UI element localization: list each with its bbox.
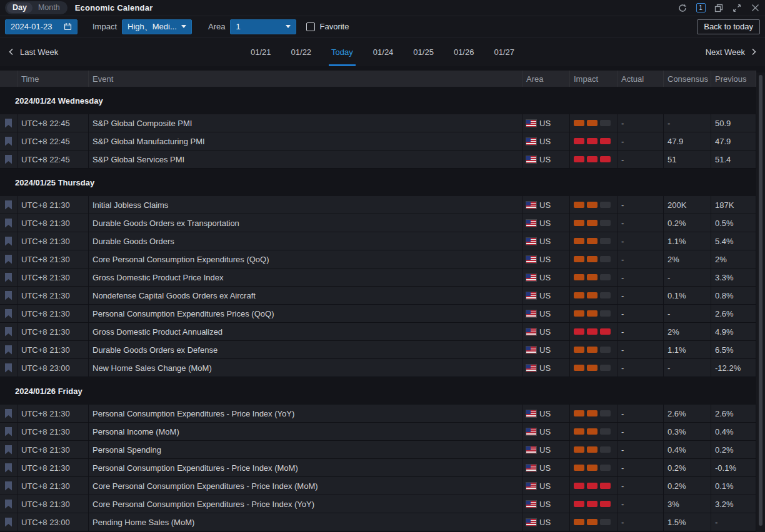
impact-bar-empty [600,446,611,453]
event-time: UTC+8 22:45 [18,114,89,132]
event-row[interactable]: UTC+8 21:30Gross Domestic Product Price … [0,268,756,287]
area-filter-select[interactable]: 1 [230,19,296,34]
bookmark-icon[interactable] [5,291,12,300]
bookmark-icon[interactable] [5,345,12,355]
bookmark-icon[interactable] [5,463,12,473]
impact-indicator [570,441,618,458]
impact-bar-high [587,483,598,489]
bookmark-icon[interactable] [5,255,12,264]
event-row[interactable]: UTC+8 22:45S&P Global Composite PMIUS--5… [0,114,756,132]
event-row[interactable]: UTC+8 23:00New Home Sales Change (MoM)US… [0,359,756,377]
impact-filter-select[interactable]: High、Medi... [122,19,192,34]
tab-month[interactable]: Month [32,2,66,13]
consensus-value: 47.9 [664,132,711,150]
close-icon[interactable] [750,3,760,13]
actual-value: - [618,250,664,268]
bookmark-icon[interactable] [5,200,12,210]
event-row[interactable]: UTC+8 21:30Initial Jobless ClaimsUS-200K… [0,196,756,214]
area-code: US [539,345,551,355]
consensus-value: 0.3% [664,423,711,440]
bookmark-cell [0,232,18,250]
impact-bar-high [600,328,611,335]
event-row[interactable]: UTC+8 21:30Core Personal Consumption Exp… [0,477,756,495]
vertical-scrollbar-track[interactable] [756,72,765,532]
impact-bar-empty [600,310,611,317]
back-to-today-button[interactable]: Back to today [697,19,760,34]
bookmark-icon[interactable] [5,427,12,436]
bookmark-icon[interactable] [5,273,12,282]
bookmark-icon[interactable] [5,155,12,164]
week-day-tab[interactable]: 01/24 [372,37,395,66]
impact-indicator [570,341,618,358]
week-day-tab[interactable]: 01/26 [452,37,476,66]
bookmark-cell [0,359,18,377]
impact-bar-high [600,483,611,489]
week-day-tab-today[interactable]: Today [330,37,354,66]
event-row[interactable]: UTC+8 22:45S&P Global Services PMIUS-515… [0,150,756,169]
event-row[interactable]: UTC+8 21:30Personal SpendingUS-0.4%0.2% [0,441,756,459]
week-day-tab[interactable]: 01/22 [290,37,313,66]
date-picker-input[interactable]: 2024-01-23 [5,19,78,34]
event-time: UTC+8 21:30 [18,287,89,304]
bookmark-icon[interactable] [5,481,12,491]
week-day-tab[interactable]: 01/21 [249,37,272,66]
bookmark-icon[interactable] [5,518,12,527]
event-row[interactable]: UTC+8 21:30Personal Consumption Expendit… [0,305,756,323]
title-bar: Day Month Economic Calendar 1 [0,0,765,16]
event-row[interactable]: UTC+8 21:30Core Personal Consumption Exp… [0,495,756,513]
area-code: US [539,445,551,455]
vertical-scrollbar-thumb[interactable] [759,75,762,526]
impact-indicator [570,495,618,513]
week-day-tab[interactable]: 01/25 [412,37,435,66]
bookmark-icon[interactable] [5,327,12,337]
bookmark-icon[interactable] [5,119,12,128]
header-cell-area: Area [522,71,570,87]
bookmark-icon[interactable] [5,445,12,455]
last-week-button[interactable]: Last Week [8,47,58,57]
tab-count-badge[interactable]: 1 [696,3,706,13]
impact-bar-high [574,138,584,144]
impact-bar-medium [587,238,598,244]
event-row[interactable]: UTC+8 21:30Nondefense Capital Goods Orde… [0,287,756,305]
event-row[interactable]: UTC+8 21:30Personal Income (MoM)US-0.3%0… [0,423,756,441]
bookmark-icon[interactable] [5,500,12,509]
week-day-tab[interactable]: 01/27 [492,37,516,66]
event-row[interactable]: UTC+8 23:00Pending Home Sales (MoM)US-1.… [0,513,756,531]
expand-icon[interactable] [732,3,742,13]
impact-bar-empty [600,220,611,226]
impact-indicator [570,287,618,304]
bookmark-icon[interactable] [5,219,12,228]
actual-value: - [618,341,664,358]
tab-day[interactable]: Day [7,2,32,13]
actual-value: - [618,423,664,440]
impact-bar-medium [574,465,584,471]
bookmark-icon[interactable] [5,137,12,146]
favorite-filter[interactable]: Favorite [306,22,349,31]
restore-window-icon[interactable] [714,3,724,13]
bookmark-icon[interactable] [5,309,12,318]
event-row[interactable]: UTC+8 21:30Durable Goods Orders ex Trans… [0,214,756,232]
next-week-button[interactable]: Next Week [706,47,758,57]
actual-value: - [618,359,664,377]
area-code: US [539,427,551,436]
impact-bar-medium [574,428,584,435]
us-flag-icon [526,347,536,353]
event-time: UTC+8 21:30 [18,423,89,440]
bookmark-icon[interactable] [5,237,12,246]
refresh-icon[interactable] [678,3,688,13]
actual-value: - [618,132,664,150]
event-row[interactable]: UTC+8 21:30Durable Goods Orders ex Defen… [0,341,756,359]
event-row[interactable]: UTC+8 21:30Core Personal Consumption Exp… [0,250,756,268]
impact-indicator [570,423,618,440]
consensus-value: 0.2% [664,214,711,232]
us-flag-icon [526,519,536,526]
event-row[interactable]: UTC+8 22:45S&P Global Manufacturing PMIU… [0,132,756,150]
event-row[interactable]: UTC+8 21:30Personal Consumption Expendit… [0,405,756,423]
event-row[interactable]: UTC+8 21:30Durable Goods OrdersUS-1.1%5.… [0,232,756,250]
bookmark-icon[interactable] [5,409,12,418]
bookmark-cell [0,459,18,476]
favorite-checkbox[interactable] [306,22,315,31]
event-row[interactable]: UTC+8 21:30Gross Domestic Product Annual… [0,323,756,341]
event-row[interactable]: UTC+8 21:30Personal Consumption Expendit… [0,459,756,477]
bookmark-icon[interactable] [5,363,12,373]
